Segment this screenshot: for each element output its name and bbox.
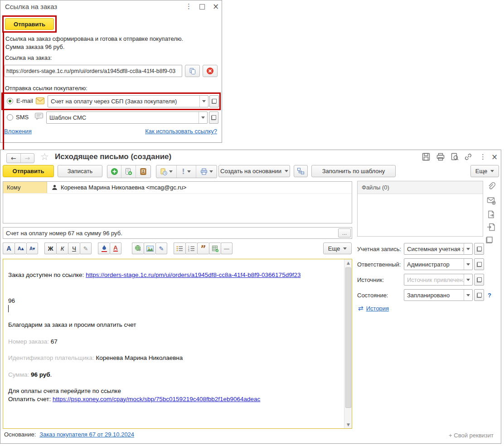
- font-color-button[interactable]: A: [110, 242, 121, 254]
- email-template-open-button[interactable]: [209, 95, 219, 107]
- subject-more-button[interactable]: ...: [338, 228, 351, 238]
- field-open-button[interactable]: [474, 274, 484, 286]
- bold-button[interactable]: Ж: [44, 242, 56, 254]
- font-smaller-button[interactable]: A▾: [26, 242, 38, 254]
- related-docs-icon: [297, 167, 305, 175]
- recipient[interactable]: Коренева Марина Николаевна <mcag@gc.ru>: [47, 182, 186, 193]
- field-open-button[interactable]: [474, 289, 484, 301]
- preview-icon[interactable]: [451, 153, 459, 161]
- favorite-star-icon[interactable]: ☆: [40, 151, 49, 162]
- email-template-select[interactable]: Счет на оплату через СБП (Заказ покупате…: [48, 95, 208, 107]
- address-book-button[interactable]: [136, 165, 150, 178]
- basis-document-link[interactable]: Заказ покупателя 67 от 29.10.2024: [39, 431, 134, 438]
- email-body-editor[interactable]: Заказ доступен по ссылке: https://orders…: [3, 259, 352, 429]
- italic-button[interactable]: К: [56, 242, 68, 254]
- close-window-icon[interactable]: ×: [491, 152, 498, 161]
- menu-dots-icon[interactable]: ⋮: [185, 2, 192, 10]
- horizontal-rule-button[interactable]: —: [221, 242, 233, 254]
- list-group: 123 ” —: [174, 242, 233, 254]
- sms-template-dropdown[interactable]: [199, 112, 207, 123]
- body-scrollbar[interactable]: ▲ ▼: [344, 259, 352, 428]
- send-link-button[interactable]: Отправить: [5, 18, 54, 30]
- body-link[interactable]: https://psp.xoney.com/cpay/mock/sbp/75bc…: [53, 396, 260, 402]
- body-link[interactable]: https://orders-stage.1c.ru/pm/ui/orders/…: [86, 271, 300, 278]
- get-link-icon[interactable]: [464, 153, 472, 161]
- help-icon[interactable]: ?: [488, 292, 491, 299]
- field-input[interactable]: Запланировано: [404, 289, 473, 301]
- body-text: Оплатить счет:: [8, 396, 53, 402]
- export-file-icon[interactable]: [487, 210, 496, 221]
- sms-radio[interactable]: [7, 114, 13, 121]
- import-file-icon[interactable]: [487, 223, 496, 233]
- field-value: Администратор: [404, 261, 464, 268]
- defer-send-button[interactable]: [156, 165, 177, 178]
- save-email-button[interactable]: Записать: [58, 165, 102, 177]
- field-input[interactable]: Системная учетная за: [404, 243, 473, 255]
- font-bigger-button[interactable]: A▴: [15, 242, 26, 254]
- create-task-button[interactable]: [121, 165, 136, 178]
- add-button[interactable]: [107, 165, 121, 178]
- field-row: Состояние:Запланировано?: [357, 289, 491, 301]
- signature-button[interactable]: ✎: [155, 242, 167, 254]
- to-field-label[interactable]: Кому: [3, 182, 47, 193]
- fill-by-template-button[interactable]: Заполнить по шаблону: [311, 165, 396, 177]
- underline-button[interactable]: Ч: [68, 242, 80, 254]
- email-template-value: Счет на оплату через СБП (Заказ покупате…: [48, 98, 199, 105]
- body-muted-label: Сумма:: [8, 371, 31, 378]
- field-input[interactable]: Источник привлечен...: [404, 274, 473, 286]
- send-email-button[interactable]: Отправить: [3, 165, 54, 177]
- recipients-box[interactable]: Кому Коренева Марина Николаевна <mcag@gc…: [3, 181, 352, 223]
- copy-link-button[interactable]: [185, 65, 200, 77]
- attachments-link[interactable]: Вложения: [4, 128, 32, 135]
- sms-template-open-button[interactable]: [209, 112, 218, 124]
- field-dropdown[interactable]: [464, 290, 472, 301]
- bullet-list-button[interactable]: [174, 242, 185, 254]
- clear-link-button[interactable]: [203, 65, 218, 77]
- forward-button[interactable]: →: [21, 154, 34, 163]
- subject-field[interactable]: Счет на оплату номер 67 на сумму 96 руб.…: [3, 227, 352, 239]
- image-icon: [146, 246, 154, 252]
- field-input[interactable]: Администратор: [404, 258, 473, 270]
- toolbar-more-button[interactable]: Еще: [470, 165, 499, 177]
- body-paragraph: Благодарим за заказ и просим оплатить сч…: [8, 321, 321, 329]
- how-to-use-link[interactable]: Как использовать ссылку?: [145, 128, 217, 135]
- sms-template-select[interactable]: Шаблон СМС: [46, 112, 208, 124]
- format-painter-button[interactable]: ✎: [80, 242, 92, 254]
- field-dropdown[interactable]: [464, 259, 472, 270]
- attach-from-email-icon[interactable]: [487, 196, 496, 207]
- email-template-dropdown[interactable]: [199, 96, 208, 107]
- custom-attribute-link[interactable]: + Свой реквизит: [449, 432, 494, 439]
- field-dropdown[interactable]: [464, 243, 472, 254]
- highlight-color-button[interactable]: [98, 242, 110, 254]
- more-dots-icon[interactable]: ⋮: [480, 153, 486, 161]
- back-button[interactable]: ←: [7, 154, 21, 163]
- open-in-window-icon[interactable]: [487, 236, 492, 244]
- print-icon[interactable]: [436, 153, 445, 161]
- history-link[interactable]: История: [366, 305, 389, 312]
- font-button[interactable]: A: [3, 242, 15, 254]
- field-dropdown[interactable]: [464, 274, 472, 285]
- importance-button[interactable]: !: [177, 165, 196, 178]
- insert-link-button[interactable]: [132, 242, 144, 254]
- save-icon[interactable]: [422, 153, 430, 161]
- format-more-button[interactable]: Еще: [323, 242, 352, 254]
- create-based-on-button[interactable]: Создать на основании: [218, 165, 290, 177]
- scroll-up-icon[interactable]: ▲: [344, 259, 352, 267]
- attach-file-icon[interactable]: [487, 182, 496, 193]
- structure-button[interactable]: [294, 165, 308, 177]
- quote-button[interactable]: ”: [197, 242, 209, 254]
- files-panel-header[interactable]: Файлы (0): [358, 181, 483, 194]
- field-open-button[interactable]: [474, 258, 484, 270]
- field-open-button[interactable]: [474, 243, 484, 255]
- close-icon[interactable]: ×: [213, 2, 219, 11]
- maximize-icon[interactable]: □: [199, 2, 205, 10]
- insert-image-button[interactable]: [144, 242, 155, 254]
- scrollbar-thumb[interactable]: [345, 267, 351, 408]
- email-radio[interactable]: [7, 98, 13, 104]
- field-value: Запланировано: [404, 292, 464, 299]
- insert-table-button[interactable]: [209, 242, 221, 254]
- print-email-button[interactable]: [196, 165, 217, 178]
- scroll-down-icon[interactable]: ▼: [344, 421, 352, 428]
- numbered-list-button[interactable]: 123: [185, 242, 197, 254]
- order-link-input[interactable]: https://orders-stage.1c.ru/pm/ui/orders/…: [4, 65, 182, 77]
